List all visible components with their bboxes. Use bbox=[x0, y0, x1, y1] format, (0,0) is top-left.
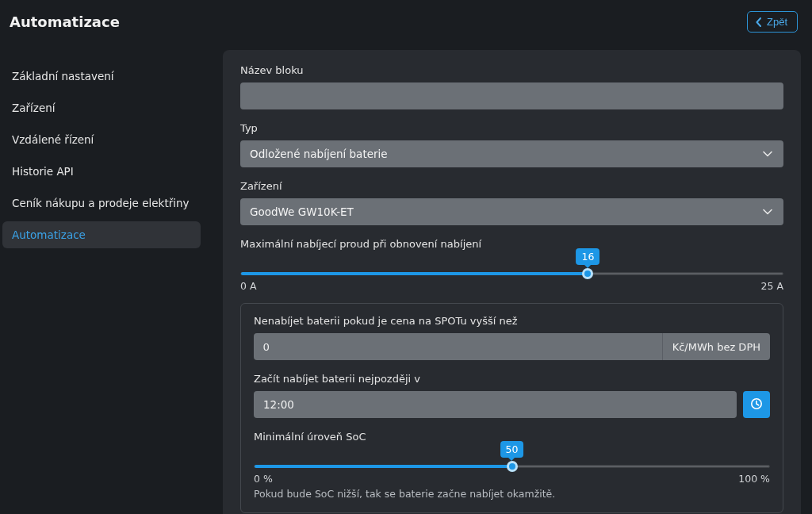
min-soc-max: 100 % bbox=[738, 473, 770, 485]
type-select[interactable]: Odložené nabíjení baterie bbox=[240, 140, 783, 167]
sidebar-item-automation[interactable]: Automatizace bbox=[2, 221, 201, 248]
max-current-min: 0 A bbox=[240, 280, 256, 292]
chevron-down-icon bbox=[761, 148, 774, 160]
conditions-panel: Nenabíjet baterii pokud je cena na SPOTu… bbox=[240, 303, 783, 513]
sidebar-item-remote-control[interactable]: Vzdálené řízení bbox=[2, 126, 201, 153]
time-picker-button[interactable] bbox=[743, 391, 770, 418]
clock-icon bbox=[750, 397, 763, 412]
device-select[interactable]: GoodWe GW10K-ET bbox=[240, 198, 783, 225]
slider-thumb[interactable] bbox=[582, 268, 593, 279]
max-current-slider[interactable]: 16 bbox=[240, 272, 783, 275]
spot-price-input[interactable] bbox=[254, 333, 662, 360]
main-panel: Název bloku Typ Odložené nabíjení bateri… bbox=[223, 50, 801, 514]
type-select-value: Odložené nabíjení baterie bbox=[250, 148, 388, 160]
min-soc-value-badge: 50 bbox=[500, 441, 524, 458]
back-button-label: Zpět bbox=[767, 16, 787, 28]
chevron-down-icon bbox=[761, 205, 774, 218]
sidebar-item-price-list[interactable]: Ceník nákupu a prodeje elektřiny bbox=[2, 190, 201, 217]
type-label: Typ bbox=[240, 122, 783, 134]
block-name-input[interactable] bbox=[240, 82, 783, 109]
min-soc-min: 0 % bbox=[254, 473, 273, 485]
max-current-label: Maximální nabíjecí proud při obnovení na… bbox=[240, 238, 783, 250]
max-current-max: 25 A bbox=[761, 280, 783, 292]
latest-charge-time-input[interactable]: 12:00 bbox=[254, 391, 737, 418]
latest-charge-label: Začít nabíjet baterii nejpozději v bbox=[254, 373, 770, 385]
sidebar-item-basic-settings[interactable]: Základní nastavení bbox=[2, 63, 201, 90]
spot-price-label: Nenabíjet baterii pokud je cena na SPOTu… bbox=[254, 315, 770, 327]
spot-price-unit: Kč/MWh bez DPH bbox=[662, 333, 770, 360]
page-title: Automatizace bbox=[10, 13, 120, 30]
sidebar-item-devices[interactable]: Zařízení bbox=[2, 94, 201, 121]
min-soc-slider[interactable]: 50 bbox=[254, 465, 770, 468]
sidebar-item-api-history[interactable]: Historie API bbox=[2, 158, 201, 185]
block-name-label: Název bloku bbox=[240, 64, 783, 76]
sidebar: Základní nastavení Zařízení Vzdálené říz… bbox=[0, 50, 204, 514]
slider-thumb[interactable] bbox=[507, 461, 518, 472]
min-soc-hint: Pokud bude SoC nižší, tak se baterie zač… bbox=[254, 488, 770, 500]
device-select-value: GoodWe GW10K-ET bbox=[250, 205, 354, 218]
chevron-left-icon bbox=[755, 17, 762, 27]
device-label: Zařízení bbox=[240, 180, 783, 192]
back-button[interactable]: Zpět bbox=[747, 11, 798, 33]
max-current-value-badge: 16 bbox=[576, 248, 599, 265]
